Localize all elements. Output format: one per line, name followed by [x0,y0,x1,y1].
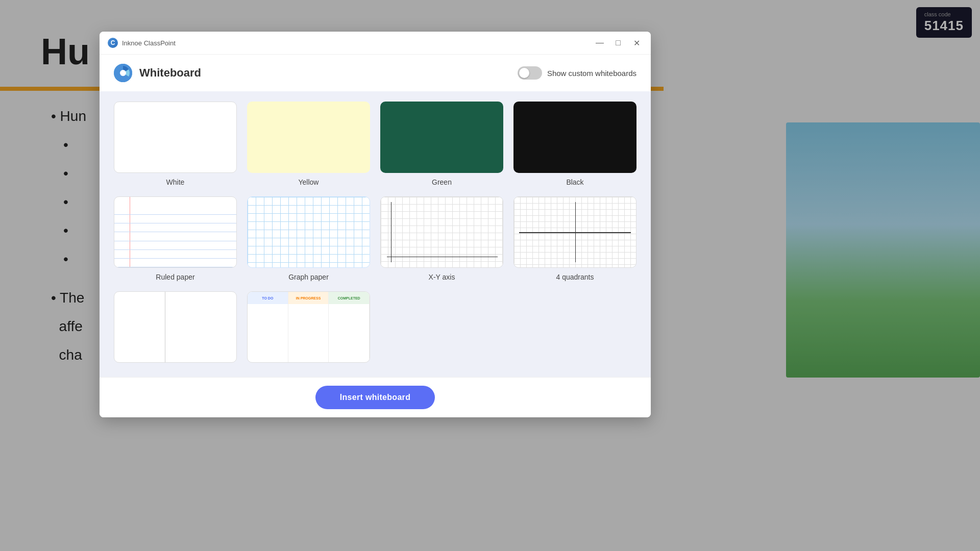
show-custom-toggle[interactable] [518,66,542,80]
black-preview [513,102,636,173]
2col-preview [114,291,237,363]
kanban-header: TO DO IN PROGRESS COMPLETED [248,292,370,304]
xyaxis-preview [380,196,503,268]
whiteboard-row-2: Ruled paper Graph paper X-Y axis [114,196,636,281]
app-icon: C [108,38,118,48]
4quad-preview [513,196,636,268]
modal-titlebar: C Inknoe ClassPoint — □ ✕ [100,32,651,55]
whiteboard-logo [114,64,132,82]
graph-preview [247,196,370,268]
xyaxis-inner [381,197,503,267]
black-label: Black [566,178,583,186]
window-controls: — □ ✕ [594,37,643,49]
whiteboard-option-green[interactable]: Green [380,102,503,186]
whiteboard-option-2col[interactable] [114,291,237,363]
whiteboard-option-white[interactable]: White [114,102,237,186]
whiteboard-option-graph[interactable]: Graph paper [247,196,370,281]
kanban-progress-header: IN PROGRESS [288,292,329,304]
yellow-preview [247,102,370,173]
close-button[interactable]: ✕ [630,37,643,49]
modal-title: Whiteboard [139,66,510,80]
modal-header: Whiteboard Show custom whiteboards [100,55,651,91]
graph-label: Graph paper [288,273,329,281]
white-preview [114,102,237,173]
graph-grid [248,197,370,267]
quad-inner [514,197,636,267]
kanban-done-col [329,304,370,362]
kanban-todo-col [248,304,288,362]
quad-vline [575,202,576,262]
whiteboard-option-xyaxis[interactable]: X-Y axis [380,196,503,281]
kanban-body [248,304,370,362]
whiteboard-modal: C Inknoe ClassPoint — □ ✕ Whiteboard Sho… [100,32,651,417]
svg-point-1 [120,70,126,76]
maximize-button[interactable]: □ [612,37,624,49]
xyaxis-label: X-Y axis [429,273,455,281]
whiteboard-grid-container: White Yellow Green Black [100,91,651,377]
whiteboard-option-ruled[interactable]: Ruled paper [114,196,237,281]
whiteboard-option-black[interactable]: Black [513,102,636,186]
kanban-todo-header: TO DO [248,292,288,304]
minimize-button[interactable]: — [594,37,606,49]
xyaxis-yline [391,202,391,262]
ruled-lines [114,197,236,267]
4quad-label: 4 quadrants [556,273,594,281]
green-preview [380,102,503,173]
ruled-label: Ruled paper [156,273,194,281]
green-label: Green [432,178,452,186]
whiteboard-row-1: White Yellow Green Black [114,102,636,186]
app-name: Inknoe ClassPoint [122,39,590,47]
kanban-progress-col [288,304,329,362]
custom-whiteboard-toggle-area: Show custom whiteboards [518,66,636,80]
kanban-done-header: COMPLETED [329,292,370,304]
whiteboard-row-3: TO DO IN PROGRESS COMPLETED [114,291,636,363]
modal-footer: Insert whiteboard [100,377,651,417]
whiteboard-option-4quad[interactable]: 4 quadrants [513,196,636,281]
white-label: White [166,178,185,186]
xyaxis-xline [387,257,498,257]
whiteboard-option-kanban[interactable]: TO DO IN PROGRESS COMPLETED [247,291,370,363]
ruled-preview [114,196,237,268]
kanban-preview: TO DO IN PROGRESS COMPLETED [247,291,370,363]
show-custom-label: Show custom whiteboards [547,69,636,78]
whiteboard-option-yellow[interactable]: Yellow [247,102,370,186]
yellow-label: Yellow [299,178,319,186]
insert-whiteboard-button[interactable]: Insert whiteboard [315,386,435,409]
